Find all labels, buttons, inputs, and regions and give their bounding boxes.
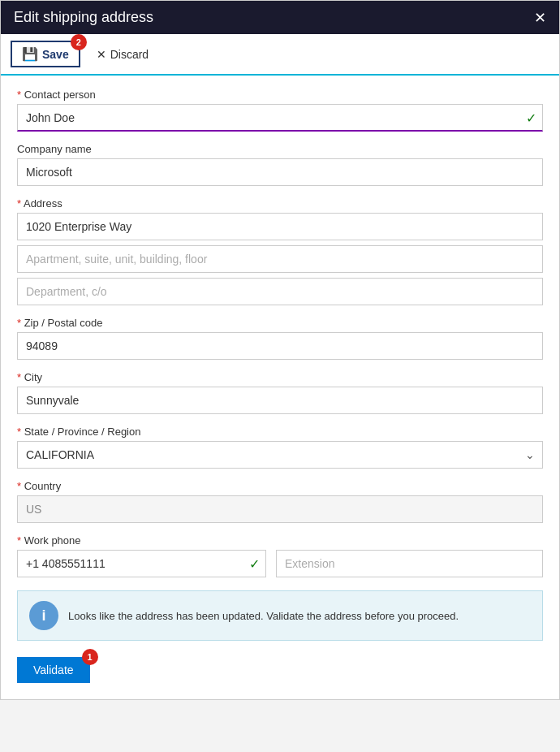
contact-person-input[interactable]	[17, 104, 543, 132]
company-name-input[interactable]	[17, 158, 543, 186]
validate-label: Validate	[33, 663, 74, 676]
modal-header: Edit shipping address ✕	[1, 1, 559, 34]
info-banner: i Looks like the address has been update…	[17, 590, 543, 641]
extension-input[interactable]	[276, 550, 543, 577]
address-group: Address	[17, 197, 543, 305]
address-line3-input[interactable]	[17, 278, 543, 305]
info-icon: i	[29, 601, 58, 630]
state-select[interactable]: CALIFORNIA NEW YORK TEXAS FLORIDA	[17, 441, 543, 469]
discard-icon: ✕	[97, 48, 106, 61]
phone-input-wrapper: ✓	[17, 550, 266, 577]
city-label: City	[17, 371, 543, 383]
company-name-label: Company name	[17, 143, 543, 155]
info-banner-wrapper: i Looks like the address has been update…	[1, 590, 559, 657]
state-select-wrapper: CALIFORNIA NEW YORK TEXAS FLORIDA ⌄	[17, 441, 543, 469]
phone-check-icon: ✓	[249, 556, 260, 572]
address-label: Address	[17, 197, 543, 210]
address-fields	[17, 213, 543, 305]
modal-title: Edit shipping address	[14, 9, 153, 26]
form-body: Contact person ✓ Company name Address Zi…	[1, 76, 559, 590]
save-label: Save	[42, 48, 69, 61]
state-label: State / Province / Region	[17, 426, 543, 438]
save-icon: 💾	[22, 46, 38, 62]
zip-input[interactable]	[17, 332, 543, 360]
company-name-group: Company name	[17, 143, 543, 186]
validate-row: Validate 1	[1, 657, 559, 699]
edit-shipping-modal: Edit shipping address ✕ 💾 Save 2 ✕ Disca…	[0, 0, 560, 700]
contact-person-check-icon: ✓	[526, 110, 536, 126]
address-line2-input[interactable]	[17, 245, 543, 273]
save-button[interactable]: 💾 Save 2	[11, 41, 80, 67]
contact-person-input-wrapper: ✓	[17, 104, 543, 132]
city-group: City	[17, 371, 543, 414]
discard-label: Discard	[110, 48, 149, 61]
address-line1-input[interactable]	[17, 213, 543, 240]
country-label: Country	[17, 480, 543, 492]
modal-close-button[interactable]: ✕	[534, 11, 546, 25]
contact-person-group: Contact person ✓	[17, 89, 543, 132]
validate-badge: 1	[82, 649, 98, 665]
country-group: Country	[17, 480, 543, 523]
country-input	[17, 495, 543, 523]
state-group: State / Province / Region CALIFORNIA NEW…	[17, 426, 543, 469]
validate-button[interactable]: Validate 1	[17, 657, 90, 683]
work-phone-group: Work phone ✓	[17, 534, 543, 577]
city-input[interactable]	[17, 387, 543, 414]
zip-group: Zip / Postal code	[17, 317, 543, 360]
phone-row: ✓	[17, 550, 543, 577]
phone-input[interactable]	[17, 550, 266, 577]
save-badge: 2	[71, 34, 87, 50]
zip-label: Zip / Postal code	[17, 317, 543, 329]
info-text: Looks like the address has been updated.…	[68, 610, 531, 622]
discard-button[interactable]: ✕ Discard	[87, 44, 158, 65]
contact-person-label: Contact person	[17, 89, 543, 101]
work-phone-label: Work phone	[17, 534, 543, 547]
toolbar: 💾 Save 2 ✕ Discard	[1, 34, 559, 76]
